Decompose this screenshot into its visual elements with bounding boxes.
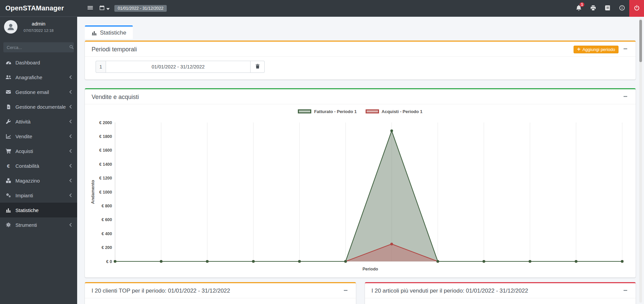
calendar-icon [99,5,105,12]
sidebar-item-attivita[interactable]: Attività [0,114,77,129]
svg-text:€ 1800: € 1800 [99,134,112,139]
sidebar: admin 07/07/2022 12:18 Dashboard [0,17,77,304]
legend-item-fatturato[interactable]: Fatturato - Periodo 1 [298,109,357,114]
chevron-left-icon [69,149,72,153]
tab-statistiche[interactable]: Statistiche [85,26,133,39]
search-icon [69,45,74,50]
app-window: OpenSTAManager 01/01/2022 - 31/12/2022 1 [0,0,644,304]
main-scrollbar-thumb[interactable] [639,20,642,62]
search-button[interactable] [69,42,74,52]
sidebar-item-dashboard[interactable]: Dashboard [0,55,77,70]
tab-label: Statistiche [100,30,126,36]
svg-text:€ 400: € 400 [102,232,112,236]
sidebar-item-acquisti[interactable]: Acquisti [0,144,77,158]
minus-icon [623,47,628,52]
top-articles-card: I 20 articoli più venduti per il periodo… [365,282,636,304]
collapse-card-button[interactable] [622,93,629,101]
collapse-card-button[interactable] [622,45,629,53]
chevron-left-icon [69,90,72,94]
boxes-icon [5,178,12,183]
brand[interactable]: OpenSTAManager [0,0,77,17]
sidebar-item-statistiche[interactable]: Statistiche [0,203,77,217]
cogs-icon [5,193,12,198]
legend-item-acquisti[interactable]: Acquisti - Periodo 1 [366,109,423,114]
chart-card-body: Fatturato - Periodo 1 Acquisti - Periodo… [85,104,636,277]
sidebar-menu: Dashboard Anagrafiche Gestione email [0,55,77,232]
printer-icon [590,5,596,12]
sales-purchases-chart: € 0€ 200€ 400€ 600€ 800€ 1000€ 1200€ 140… [88,117,626,265]
search-input[interactable] [3,42,69,52]
minus-icon [623,94,628,100]
sidebar-item-anagrafiche[interactable]: Anagrafiche [0,70,77,85]
chart-card-title: Vendite e acquisti [92,94,139,101]
chart-x-axis-label: Periodo [88,267,626,271]
topbar-actions: 1 [572,0,644,17]
brand-text: OpenSTAManager [5,4,64,12]
delete-period-button[interactable] [251,61,265,73]
dashboard-icon [5,60,12,65]
sidebar-item-magazzino[interactable]: Magazzino [0,173,77,188]
collapse-card-button[interactable] [342,287,349,295]
info-button[interactable] [615,0,629,17]
sidebar-item-impianti[interactable]: Impianti [0,188,77,203]
sidebar-item-contabilita[interactable]: € Contabilità [0,158,77,173]
periods-card: Periodi temporali Aggiungi periodo 1 [85,41,636,80]
legend-swatch-acquisti [366,109,379,113]
chart-legend: Fatturato - Periodo 1 Acquisti - Periodo… [88,107,632,116]
add-period-button[interactable]: Aggiungi periodo [574,46,619,53]
svg-text:€ 200: € 200 [102,245,112,250]
top-clients-title: I 20 clienti TOP per il periodo: 01/01/2… [92,288,230,294]
address-book-icon [605,5,610,12]
trash-icon [255,64,260,70]
periods-card-title: Periodi temporali [92,46,137,53]
legend-swatch-fatturato [298,109,311,113]
bottom-cards-row: I 20 clienti TOP per il periodo: 01/01/2… [85,282,636,304]
svg-text:€ 1200: € 1200 [99,176,112,181]
svg-text:€ 800: € 800 [102,204,112,208]
chevron-left-icon [69,119,72,123]
chart-line-icon [5,134,12,139]
periods-card-tools: Aggiungi periodo [574,45,629,53]
svg-text:€ 1000: € 1000 [99,190,112,195]
chevron-left-icon [69,179,72,183]
sidebar-item-gestione-email[interactable]: Gestione email [0,85,77,99]
notifications-button[interactable]: 1 [572,0,586,17]
sidebar-item-vendite[interactable]: Vendite [0,129,77,144]
top-articles-title: I 20 articoli più venduti per il periodo… [372,288,528,294]
svg-text:€ 0: € 0 [106,259,112,264]
periods-card-body: 1 [85,57,636,80]
svg-text:Andamento: Andamento [90,180,95,204]
collapse-card-button[interactable] [622,287,629,295]
period-index: 1 [96,61,106,73]
chart-card-header: Vendite e acquisti [85,89,636,104]
euro-icon: € [5,163,12,169]
docs-button[interactable] [600,0,615,17]
user-panel: admin 07/07/2022 12:18 [0,17,77,40]
main-content: Statistiche Periodi temporali Aggiungi p… [77,17,644,304]
bar-chart-icon [92,30,97,36]
wrench-icon [5,119,12,124]
envelope-icon [5,89,12,95]
svg-text:€ 2000: € 2000 [99,120,112,125]
sidebar-toggle-button[interactable] [84,0,97,17]
sidebar-item-gestione-documentale[interactable]: Gestione documentale [0,99,77,114]
chart-card: Vendite e acquisti Fatturato - Periodo 1 [85,88,636,277]
svg-text:€ 600: € 600 [102,217,112,222]
users-icon [5,74,12,80]
logout-button[interactable] [629,0,644,17]
chevron-left-icon [69,193,72,197]
print-button[interactable] [586,0,600,17]
tab-bar: Statistiche [85,26,636,39]
period-range-input[interactable] [106,61,251,73]
main-scrollbar [639,18,642,303]
period-row: 1 [96,61,629,73]
top-clients-card: I 20 clienti TOP per il periodo: 01/01/2… [85,282,356,304]
notification-count-badge: 1 [580,2,584,7]
chevron-left-icon [69,105,72,109]
chevron-left-icon [69,134,72,138]
user-avatar [4,20,17,34]
info-circle-icon [619,5,625,12]
minus-icon [623,288,628,294]
sidebar-item-strumenti[interactable]: Strumenti [0,217,77,232]
period-dropdown-toggle[interactable] [99,5,110,12]
